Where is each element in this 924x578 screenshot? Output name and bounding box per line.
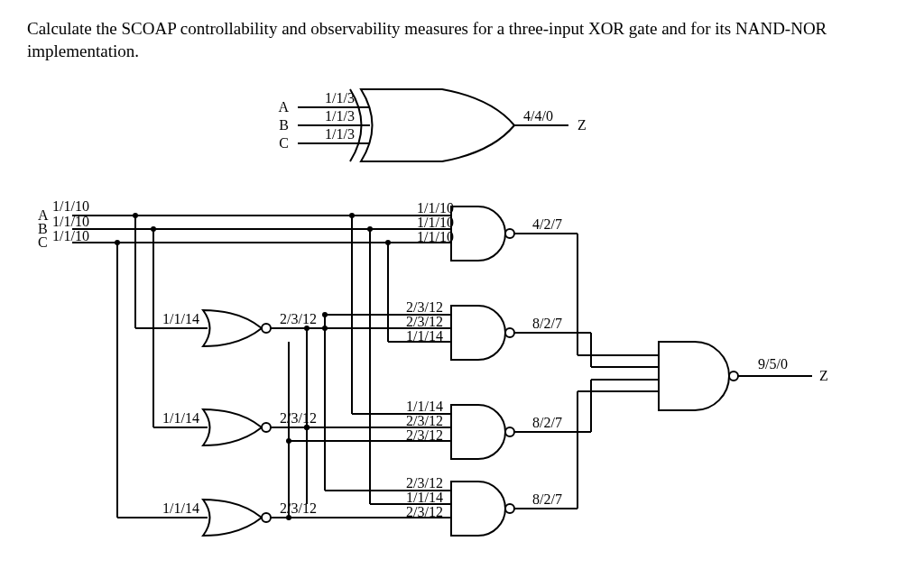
nor1-out-scoap: 2/3/12 — [280, 311, 317, 326]
svg-point-37 — [505, 229, 514, 238]
circuit-diagram: A B C 1/1/3 1/1/3 1/1/3 4/4/0 Z A B C 1/… — [27, 71, 893, 576]
nand4-in2: 1/1/14 — [406, 490, 443, 505]
final-out-scoap: 9/5/0 — [758, 356, 788, 372]
nand1-out: 4/2/7 — [532, 216, 562, 232]
problem-title: Calculate the SCOAP controllability and … — [27, 18, 897, 62]
nand1-in3: 1/1/10 — [417, 229, 454, 244]
svg-point-49 — [304, 425, 310, 430]
svg-point-22 — [262, 513, 271, 522]
nand2-out: 8/2/7 — [532, 316, 562, 331]
xor-out-name: Z — [578, 117, 587, 133]
nor2-in-scoap: 1/1/14 — [162, 410, 199, 426]
nand-gate-4: 2/3/12 1/1/14 2/3/12 8/2/7 — [289, 475, 578, 536]
nand1-in2: 1/1/10 — [417, 215, 454, 230]
xor-out-scoap: 4/4/0 — [523, 108, 553, 124]
impl-in-b-scoap: 1/1/10 — [52, 214, 89, 229]
svg-point-56 — [505, 504, 514, 513]
xor-in-c-name: C — [279, 135, 289, 151]
svg-point-12 — [262, 324, 271, 333]
final-out-name: Z — [819, 368, 828, 383]
svg-point-42 — [322, 312, 328, 317]
svg-point-29 — [349, 213, 355, 218]
final-nand-gate: 9/5/0 Z — [659, 342, 828, 410]
nor-gate-1: 1/1/14 2/3/12 — [135, 216, 328, 346]
svg-point-66 — [729, 372, 738, 381]
nand2-in3: 1/1/14 — [406, 328, 443, 344]
nand3-in1: 1/1/14 — [406, 399, 443, 414]
nand3-in2: 2/3/12 — [406, 413, 443, 428]
nand-gate-3: 1/1/14 2/3/12 2/3/12 8/2/7 — [286, 399, 591, 459]
nor3-in-scoap: 1/1/14 — [162, 500, 199, 516]
nor3-out-scoap: 2/3/12 — [280, 500, 317, 516]
nand3-out: 8/2/7 — [532, 415, 562, 430]
xor-in-a-scoap: 1/1/3 — [325, 90, 355, 106]
nand1-in1: 1/1/10 — [417, 200, 454, 216]
nand4-in3: 2/3/12 — [406, 504, 443, 519]
nor2-out-scoap: 2/3/12 — [280, 410, 317, 426]
nand3-in3: 2/3/12 — [406, 427, 443, 443]
svg-point-51 — [505, 427, 514, 436]
svg-point-33 — [385, 240, 391, 245]
nand-gate-2: 2/3/12 2/3/12 1/1/14 8/2/7 — [304, 299, 591, 360]
nand2-in2: 2/3/12 — [406, 314, 443, 329]
svg-point-44 — [505, 328, 514, 337]
nand4-out: 8/2/7 — [532, 491, 562, 507]
xor-in-c-scoap: 1/1/3 — [325, 126, 355, 142]
xor-in-b-scoap: 1/1/3 — [325, 108, 355, 124]
nand2-in1: 2/3/12 — [406, 299, 443, 315]
svg-point-50 — [286, 438, 291, 444]
xor-in-a-name: A — [278, 99, 289, 115]
svg-point-43 — [304, 326, 310, 331]
impl-in-c-scoap: 1/1/10 — [52, 228, 89, 243]
nand4-in1: 2/3/12 — [406, 475, 443, 491]
svg-point-17 — [262, 423, 271, 432]
xor-in-b-name: B — [279, 117, 289, 133]
impl-in-a-scoap: 1/1/10 — [52, 198, 89, 214]
impl-in-c-name: C — [38, 234, 48, 250]
nor-gate-3: 1/1/14 2/3/12 — [117, 243, 317, 536]
nand-gate-1: 1/1/10 1/1/10 1/1/10 4/2/7 — [415, 200, 578, 261]
svg-point-31 — [367, 226, 373, 232]
nor1-in-scoap: 1/1/14 — [162, 311, 199, 326]
